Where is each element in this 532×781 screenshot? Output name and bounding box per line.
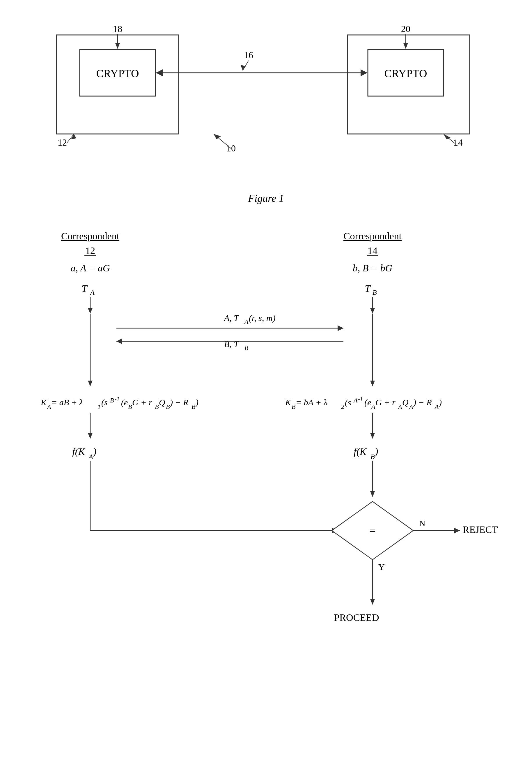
ka-rest: (e [121, 398, 128, 407]
ka-sB-sub: B [110, 397, 114, 404]
ka-QB-sub: B [166, 403, 170, 410]
svg-marker-44 [454, 528, 460, 533]
kb-minus-RA: ) − R [413, 398, 432, 407]
ref16-label: 16 [244, 50, 253, 60]
figure1-svg: CRYPTO CRYPTO 16 18 [33, 17, 499, 169]
svg-marker-18 [214, 134, 221, 139]
crypto1-label: CRYPTO [96, 67, 139, 80]
ka-formula: K [40, 398, 47, 407]
svg-marker-26 [338, 325, 343, 331]
fwd-msg-label: A, T [223, 313, 239, 323]
ka-RB-sub: B [191, 403, 195, 410]
figure1-container: CRYPTO CRYPTO 16 18 [23, 17, 509, 180]
svg-marker-38 [370, 491, 375, 497]
fka-label: f(K [72, 446, 86, 457]
kb-sub: B [292, 403, 296, 410]
corr12-vars: a, A = aG [71, 263, 110, 274]
kb-inv: -1 [358, 396, 363, 402]
ka-eq: = aB + λ [51, 398, 83, 407]
kb-formula: K [285, 398, 292, 407]
svg-marker-22 [88, 308, 93, 314]
tb-label: T [365, 283, 371, 294]
corr14-ref: 14 [367, 245, 378, 256]
ka-inv: -1 [115, 396, 120, 402]
ref20-label: 20 [401, 24, 410, 34]
svg-marker-34 [88, 433, 93, 439]
svg-marker-24 [370, 308, 375, 314]
svg-marker-5 [156, 69, 163, 76]
fka-close: ) [93, 446, 96, 457]
back-msg-b-sub: B [245, 344, 248, 352]
crypto2-label: CRYPTO [384, 67, 427, 80]
kb-rest: (e [364, 398, 371, 407]
reject-label: REJECT [463, 524, 498, 535]
ka-lambda-sub: 1 [97, 403, 101, 410]
corr12-title: Correspondent [61, 231, 120, 241]
svg-marker-36 [370, 433, 375, 439]
corr14-vars: b, B = bG [353, 263, 392, 274]
ka-QB: Q [159, 398, 165, 407]
kb-eq: = bA + λ [296, 398, 327, 407]
kb-QA: Q [402, 398, 409, 407]
svg-marker-12 [403, 43, 408, 49]
kb-QA-sub: A [409, 403, 413, 410]
ref18-label: 18 [113, 24, 122, 34]
corr14-title: Correspondent [343, 231, 402, 241]
corr12-ref: 12 [85, 245, 95, 256]
fwd-msg-label2: A [244, 318, 249, 325]
svg-marker-28 [117, 338, 122, 344]
kb-sA-sub: A [353, 397, 358, 404]
svg-marker-8 [240, 65, 246, 71]
svg-marker-10 [115, 43, 120, 49]
svg-marker-16 [444, 134, 451, 139]
svg-marker-30 [88, 381, 93, 386]
kb-paren1: (s [345, 398, 351, 407]
svg-marker-6 [361, 69, 367, 76]
fka-sub: A [88, 453, 93, 460]
n-label: N [419, 518, 426, 528]
fkb-sub: B [370, 453, 375, 460]
ka-close: ) [195, 398, 198, 407]
svg-marker-32 [370, 381, 375, 386]
fkb-label: f(K [354, 446, 367, 457]
ka-rB-sub: B [155, 403, 159, 410]
svg-marker-46 [370, 599, 375, 605]
tb-subscript: B [372, 289, 377, 296]
fkb-close: ) [374, 446, 378, 457]
proceed-label: PROCEED [334, 612, 379, 623]
ka-eB-sub: B [128, 403, 132, 410]
kb-G: G + r [375, 398, 396, 407]
ref14-label: 14 [453, 137, 463, 148]
ref12-label: 12 [58, 137, 67, 148]
back-msg-label: B, T [224, 339, 239, 349]
ka-sub: A [47, 403, 51, 410]
ta-label: T [82, 283, 88, 294]
y-label: Y [378, 562, 385, 572]
ka-paren1: (s [101, 398, 108, 407]
kb-close: ) [438, 398, 442, 407]
ta-subscript: A [90, 289, 95, 296]
kb-lambda-sub: 2 [341, 403, 344, 410]
kb-rA-sub: A [398, 403, 402, 410]
ka-minus-RB: ) − R [169, 398, 189, 407]
kb-RA-sub: A [434, 403, 439, 410]
fwd-msg-params: (r, s, m) [249, 313, 276, 323]
figure2-svg: Correspondent 12 Correspondent 14 a, A =… [23, 222, 518, 775]
page: CRYPTO CRYPTO 16 18 [0, 0, 532, 781]
figure2-container: Correspondent 12 Correspondent 14 a, A =… [23, 222, 509, 775]
equals-label: = [369, 524, 375, 536]
ka-G: G + r [132, 398, 152, 407]
kb-eA-sub: A [371, 403, 375, 410]
figure1-caption: Figure 1 [23, 192, 509, 204]
